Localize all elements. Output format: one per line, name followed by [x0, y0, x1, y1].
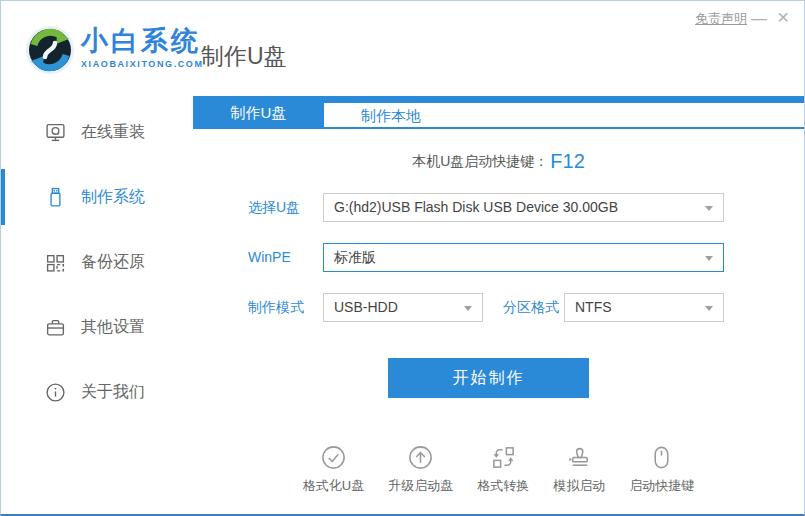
sidebar-item-label: 其他设置 — [81, 317, 145, 338]
backup-grid-icon — [45, 252, 66, 273]
sidebar-item-backup-restore[interactable]: 备份还原 — [1, 242, 193, 282]
tab-make-local[interactable]: 制作本地 — [324, 103, 458, 129]
chevron-down-icon — [705, 206, 713, 211]
sidebar: 在线重装 制作系统 备份还原 — [1, 96, 193, 514]
page-title: 制作U盘 — [201, 41, 287, 72]
convert-icon — [490, 444, 517, 471]
partition-select-label: 分区格式 — [503, 293, 559, 322]
sidebar-item-label: 制作系统 — [81, 187, 145, 208]
winpe-select-row: WinPE 标准版 — [193, 243, 804, 272]
sidebar-item-other-settings[interactable]: 其他设置 — [1, 307, 193, 347]
winpe-select-label: WinPE — [248, 243, 291, 272]
footer-tools: 格式化U盘 升级启动盘 格式转换 — [193, 444, 804, 495]
minimize-button[interactable]: — — [751, 11, 767, 27]
mode-select-label: 制作模式 — [248, 293, 304, 322]
info-icon — [45, 382, 66, 403]
app-domain: XIAOBAIXITONG.COM — [81, 60, 204, 69]
partition-select-value: NTFS — [575, 299, 612, 315]
tool-boot-hotkey[interactable]: 启动快捷键 — [629, 444, 694, 495]
tool-label: 格式转换 — [477, 477, 529, 495]
sidebar-item-label: 关于我们 — [81, 382, 145, 403]
monitor-icon — [45, 122, 66, 143]
usb-select[interactable]: G:(hd2)USB Flash Disk USB Device 30.00GB — [323, 193, 724, 222]
winpe-select-value: 标准版 — [334, 249, 376, 265]
tab-make-usb[interactable]: 制作U盘 — [193, 96, 324, 129]
arrow-up-circle-icon — [407, 444, 434, 471]
sidebar-item-make-system[interactable]: 制作系统 — [1, 177, 193, 217]
sidebar-item-label: 备份还原 — [81, 252, 145, 273]
start-make-button[interactable]: 开始制作 — [388, 358, 589, 398]
usb-select-label: 选择U盘 — [248, 193, 300, 222]
chevron-down-icon — [464, 306, 472, 311]
tool-upgrade-boot-disk[interactable]: 升级启动盘 — [388, 444, 453, 495]
check-circle-icon — [320, 444, 347, 471]
usb-select-value: G:(hd2)USB Flash Disk USB Device 30.00GB — [334, 199, 618, 215]
partition-select[interactable]: NTFS — [564, 293, 724, 322]
sidebar-item-label: 在线重装 — [81, 122, 145, 143]
mouse-icon — [648, 444, 675, 471]
mode-partition-row: 制作模式 USB-HDD 分区格式 NTFS — [193, 293, 804, 322]
sidebar-item-about-us[interactable]: 关于我们 — [1, 372, 193, 412]
app-name: 小白系统 — [81, 28, 204, 55]
tool-label: 模拟启动 — [553, 477, 605, 495]
chevron-down-icon — [705, 306, 713, 311]
tool-format-usb[interactable]: 格式化U盘 — [303, 444, 364, 495]
usb-select-row: 选择U盘 G:(hd2)USB Flash Disk USB Device 30… — [193, 193, 804, 222]
app-logo-icon — [25, 25, 75, 75]
stamp-icon — [566, 444, 593, 471]
close-button[interactable]: × — [777, 6, 789, 27]
briefcase-icon — [45, 317, 66, 338]
usb-icon — [45, 187, 66, 208]
boot-hotkey-label: 本机U盘启动快捷键： — [412, 153, 548, 169]
app-window: 小白系统 XIAOBAIXITONG.COM 制作U盘 免责声明 — × 在线重… — [0, 0, 805, 516]
tool-simulate-boot[interactable]: 模拟启动 — [553, 444, 605, 495]
sidebar-item-online-reinstall[interactable]: 在线重装 — [1, 112, 193, 152]
disclaimer-link[interactable]: 免责声明 — [695, 10, 747, 28]
mode-select-value: USB-HDD — [334, 299, 398, 315]
tool-label: 启动快捷键 — [629, 477, 694, 495]
tool-label: 格式化U盘 — [303, 477, 364, 495]
winpe-select[interactable]: 标准版 — [323, 243, 724, 272]
tool-format-convert[interactable]: 格式转换 — [477, 444, 529, 495]
tab-bar: 制作U盘 制作本地 — [193, 96, 804, 129]
tool-label: 升级启动盘 — [388, 477, 453, 495]
main-content: 制作U盘 制作本地 本机U盘启动快捷键：F12 选择U盘 G:(hd2)USB … — [193, 96, 804, 514]
app-logo-text: 小白系统 XIAOBAIXITONG.COM — [81, 28, 204, 69]
boot-hotkey-line: 本机U盘启动快捷键：F12 — [193, 150, 804, 173]
chevron-down-icon — [705, 256, 713, 261]
boot-hotkey-value: F12 — [550, 150, 584, 172]
mode-select[interactable]: USB-HDD — [323, 293, 483, 322]
